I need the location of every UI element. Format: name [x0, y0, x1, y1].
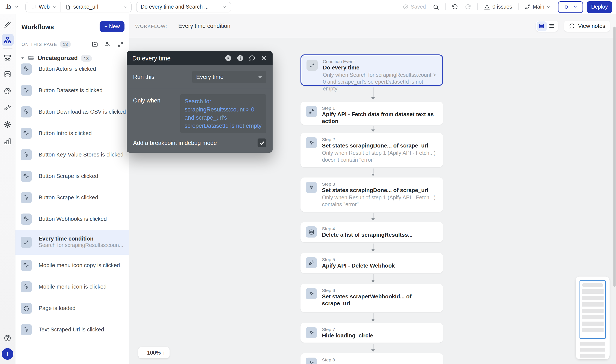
step-title: Apify API - Delete Webhook: [322, 262, 437, 269]
step-3-card[interactable]: Step 3 Set states scrapingDone... of scr…: [301, 178, 443, 212]
cursor-icon: [306, 137, 317, 148]
step-kind: Step 5: [322, 256, 437, 262]
new-workflow-button[interactable]: + New: [100, 21, 124, 32]
canvas-scrollbar-thumb[interactable]: [614, 26, 616, 287]
workflow-item[interactable]: Button Actors is clicked: [15, 58, 129, 80]
workflow-item-label: Button Intro is clicked: [39, 130, 92, 137]
workflow-item[interactable]: Button Scrape is clicked: [15, 187, 129, 208]
minimap-node: [582, 322, 603, 326]
step-1-card[interactable]: Step 1 Apify API - Fetch data from datas…: [301, 102, 443, 125]
help-button[interactable]: [1, 332, 14, 344]
design-tab[interactable]: [1, 18, 14, 30]
minimap-viewport[interactable]: [579, 280, 606, 339]
page-dropdown[interactable]: scrape_url: [61, 2, 131, 12]
view-notes-button[interactable]: View notes: [564, 20, 610, 31]
page-label: scrape_url: [73, 4, 98, 10]
minimap-node: [582, 283, 603, 287]
minimap[interactable]: [576, 276, 610, 359]
database-icon: [306, 226, 317, 237]
warning-triangle-icon: [484, 4, 490, 10]
section-count-badge: 13: [60, 41, 71, 48]
minimap-node: [580, 354, 605, 358]
bubble-logo[interactable]: .b: [5, 3, 11, 11]
preview-button[interactable]: [558, 1, 583, 13]
list-view-button[interactable]: [547, 21, 557, 31]
step-7-card[interactable]: Step 7 Hide loading_circle: [301, 323, 443, 343]
divider: [518, 3, 519, 10]
step-8-card[interactable]: Step 8: [301, 353, 443, 364]
zoom-in-button[interactable]: +: [162, 349, 166, 356]
step-6-card[interactable]: Step 6 Set states scraperWebhookId... of…: [301, 284, 443, 312]
workflow-item-label: Mobile menu icon copy is clicked: [39, 262, 120, 269]
plugins-tab[interactable]: [1, 102, 14, 114]
info-icon[interactable]: [236, 54, 244, 62]
undo-button[interactable]: [448, 4, 462, 10]
workflow-item[interactable]: Button Key-Value Stores is clicked: [15, 144, 129, 166]
panel-title: Workflows: [21, 23, 54, 30]
run-icon[interactable]: [224, 54, 232, 62]
cursor-icon: [306, 358, 317, 364]
data-tab[interactable]: [1, 68, 14, 80]
workflow-item[interactable]: Mobile menu icon copy is clicked: [15, 255, 129, 276]
deploy-button[interactable]: Deploy: [587, 1, 612, 13]
condition-event-card[interactable]: Condition Event Do every time Only when …: [301, 54, 443, 86]
workflow-item[interactable]: Button Datasets is clicked: [15, 80, 129, 101]
top-bar-actions: Saved 0 issues Main: [399, 1, 612, 13]
workflow-item[interactable]: Text Scraped Url is clicked: [15, 319, 129, 340]
workflows-panel: Workflows + New ON THIS PAGE 13 Uncatego…: [15, 14, 129, 364]
only-when-condition[interactable]: Search for scrapingResultss:count > 0 an…: [180, 94, 266, 133]
cursor-icon: [306, 182, 317, 193]
chevron-down-icon: [223, 5, 226, 9]
workflow-item[interactable]: Button Scrape is clicked: [15, 166, 129, 187]
filter-sliders-icon[interactable]: [104, 41, 111, 48]
breakpoint-checkbox[interactable]: [258, 139, 266, 147]
step-4-card[interactable]: Step 4 Delete a list of scrapingResultss…: [301, 222, 443, 242]
cursor-click-icon: [21, 64, 32, 75]
workflow-tree-icon: [3, 36, 12, 44]
comment-icon[interactable]: [248, 54, 256, 62]
search-button[interactable]: [429, 4, 443, 10]
workflow-item[interactable]: Button Intro is clicked: [15, 123, 129, 144]
close-icon[interactable]: [260, 55, 267, 61]
workflow-item[interactable]: Button Download as CSV is clicked: [15, 101, 129, 123]
settings-tab[interactable]: [1, 118, 14, 130]
components-tab[interactable]: [1, 52, 14, 64]
zoom-control: − 100% +: [138, 347, 170, 358]
folder-plus-icon[interactable]: [91, 41, 98, 48]
workflow-list: Button Actors is clicked Button Datasets…: [15, 58, 129, 340]
workflow-item[interactable]: Button Webhooks is clicked: [15, 208, 129, 230]
cards-view-button[interactable]: [536, 21, 547, 31]
logo-chevron-down-icon[interactable]: [14, 5, 19, 9]
logs-tab[interactable]: [1, 135, 14, 147]
workflow-item[interactable]: Mobile menu icon is clicked: [15, 276, 129, 298]
platform-dropdown[interactable]: Web: [26, 2, 60, 12]
only-when-label: Only when: [133, 94, 161, 133]
workflow-item-label: Text Scraped Url is clicked: [39, 326, 104, 333]
database-icon: [3, 70, 12, 78]
branch-menu[interactable]: Main: [521, 4, 554, 10]
cursor-click-icon: [21, 85, 32, 96]
redo-button[interactable]: [462, 4, 475, 10]
user-avatar[interactable]: I: [2, 348, 13, 360]
styles-tab[interactable]: [1, 85, 14, 97]
workflow-tab[interactable]: [1, 34, 14, 46]
modal-header[interactable]: Do every time: [127, 51, 273, 65]
workflow-dropdown[interactable]: Do every time and Search ...: [136, 1, 231, 12]
flow-arrow: [371, 344, 375, 352]
zoom-out-button[interactable]: −: [142, 349, 146, 356]
step-title: Set states scrapingDone... of scrape_url: [322, 187, 437, 194]
run-this-label: Run this: [133, 74, 154, 80]
check-circle-icon: [402, 4, 409, 10]
cursor-click-icon: [21, 192, 32, 203]
workflow-item[interactable]: Page is loaded: [15, 298, 129, 319]
cursor-click-icon: [21, 106, 32, 117]
expand-icon[interactable]: [117, 41, 124, 47]
step-kind: Step 8: [322, 357, 437, 363]
workflow-item-selected[interactable]: Every time condition Search for scraping…: [15, 230, 129, 255]
step-5-card[interactable]: Step 5 Apify API - Delete Webhook: [301, 253, 443, 273]
workflow-item-label: Button Datasets is clicked: [39, 87, 103, 94]
help-icon: [3, 334, 12, 342]
step-2-card[interactable]: Step 2 Set states scrapingDone... of scr…: [301, 133, 443, 167]
issues-button[interactable]: 0 issues: [480, 4, 516, 10]
run-this-dropdown[interactable]: Every time: [192, 71, 266, 83]
